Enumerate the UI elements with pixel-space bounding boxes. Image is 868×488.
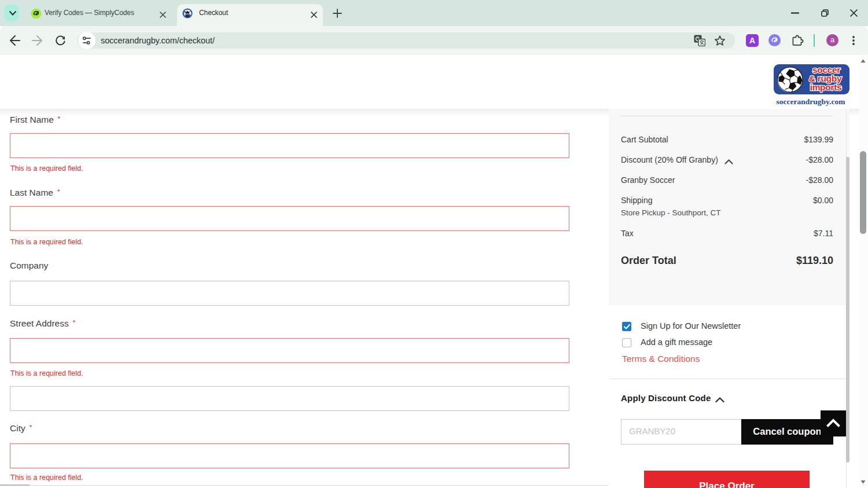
- svg-text:imports: imports: [810, 82, 842, 92]
